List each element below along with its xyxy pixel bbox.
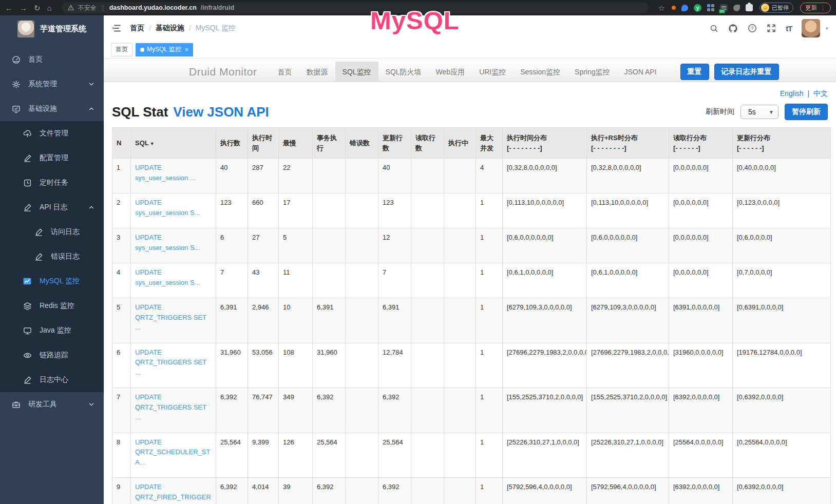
breadcrumb-item[interactable]: 首页 <box>130 24 144 33</box>
value-cell: 5 <box>279 228 313 263</box>
column-header[interactable]: 错误数 <box>346 128 378 159</box>
reload-icon[interactable]: ↻ <box>34 4 41 12</box>
sidebar-item-redis[interactable]: Redis 监控 <box>0 294 104 318</box>
sidebar-item-access-log[interactable]: 访问日志 <box>0 220 104 244</box>
sidebar-item-log-center[interactable]: 日志中心 <box>0 367 104 392</box>
value-cell <box>444 343 476 388</box>
log-and-reset-button[interactable]: 记录日志并重置 <box>714 64 779 80</box>
sql-link[interactable]: UPDATE sys_user_session S... <box>135 234 200 251</box>
breadcrumb-item[interactable]: 基础设施 <box>156 24 184 33</box>
fullscreen-icon[interactable] <box>767 24 776 33</box>
address-bar[interactable]: 不安全 dashboard.yudao.iocoder.cn/infra/dru… <box>62 2 649 13</box>
table-row: 7UPDATE QRTZ_TRIGGERS SET ...6,39276,747… <box>112 388 831 433</box>
column-header[interactable]: 执行时间分布[- - - - - - - -] <box>503 128 587 159</box>
value-cell: 22 <box>279 159 313 193</box>
sidebar-logo[interactable]: 芋道管理系统 <box>0 15 104 42</box>
forward-icon[interactable]: → <box>20 4 27 12</box>
column-header[interactable]: 读取行数 <box>411 128 444 159</box>
hamburger-icon[interactable] <box>111 23 122 33</box>
extension-donut-icon[interactable] <box>672 6 676 10</box>
extension-grid-icon[interactable] <box>707 4 714 11</box>
value-cell <box>346 193 378 228</box>
sidebar-item-infra[interactable]: 基础设施 <box>0 96 104 121</box>
column-header[interactable]: 执行中 <box>444 128 476 159</box>
sidebar-item-home[interactable]: 首页 <box>0 47 104 72</box>
sidebar-item-config[interactable]: 配置管理 <box>0 146 104 170</box>
column-header[interactable]: 读取行分布[- - - - - -] <box>669 128 733 159</box>
sql-link[interactable]: UPDATE QRTZ_TRIGGERS SET ... <box>135 303 206 331</box>
druid-nav-Spring监控[interactable]: Spring监控 <box>567 62 617 82</box>
close-icon[interactable]: × <box>185 46 188 53</box>
druid-nav-URI监控[interactable]: URI监控 <box>472 62 513 82</box>
browser-menu-icon[interactable]: ⋮ <box>820 5 826 11</box>
sql-link[interactable]: UPDATE QRTZ_FIRED_TRIGGER... <box>135 483 211 504</box>
druid-nav-Session监控[interactable]: Session监控 <box>513 62 567 82</box>
sql-link[interactable]: UPDATE QRTZ_SCHEDULER_STA... <box>135 438 210 466</box>
sql-link[interactable]: UPDATE QRTZ_TRIGGERS SET ... <box>135 393 206 421</box>
druid-nav-Web应用[interactable]: Web应用 <box>429 62 472 82</box>
column-header[interactable]: SQL▼ <box>131 128 216 159</box>
sql-link[interactable]: UPDATE QRTZ_TRIGGERS SET ... <box>135 348 206 376</box>
lang-english-link[interactable]: English <box>780 89 804 98</box>
sidebar-item-api-log[interactable]: API 日志 <box>0 195 104 220</box>
extension-green-icon[interactable]: y <box>694 4 701 12</box>
druid-nav-SQL监控[interactable]: SQL监控 <box>335 62 378 82</box>
browser-profile-chip[interactable]: ☺ 已暂停 <box>759 3 793 13</box>
pause-refresh-button[interactable]: 暂停刷新 <box>785 104 828 120</box>
sql-link[interactable]: UPDATE sys_user_session S... <box>135 199 200 217</box>
reset-button[interactable]: 重置 <box>680 64 709 80</box>
column-header[interactable]: 执行时间 <box>248 128 279 159</box>
value-cell: [0,0,0,0,0,0] <box>669 228 733 263</box>
extension-leaf-icon[interactable] <box>733 5 740 11</box>
tag-首页[interactable]: 首页 <box>111 43 132 56</box>
value-cell: [0,0,0,0,0,0] <box>669 193 733 228</box>
sidebar-item-label: 错误日志 <box>51 252 80 261</box>
column-header[interactable]: 执行数 <box>216 128 248 159</box>
bookmark-star-icon[interactable]: ☆ <box>658 4 665 12</box>
sidebar-item-file[interactable]: 文件管理 <box>0 121 104 146</box>
view-json-api-link[interactable]: View JSON API <box>173 104 269 120</box>
sql-link[interactable]: UPDATE sys_user_session ... <box>135 164 196 182</box>
druid-nav-数据源[interactable]: 数据源 <box>299 62 335 82</box>
druid-nav-SQL防火墙[interactable]: SQL防火墙 <box>378 62 429 82</box>
extension-drop-icon[interactable] <box>681 5 688 11</box>
value-cell: 3 <box>112 228 131 263</box>
sidebar-item-trace[interactable]: 链路追踪 <box>0 343 104 367</box>
druid-nav-JSON API[interactable]: JSON API <box>617 62 664 82</box>
value-cell: 1 <box>476 228 503 263</box>
sidebar-item-java[interactable]: Java 监控 <box>0 318 104 343</box>
sql-link[interactable]: UPDATE sys_user_session S... <box>135 268 200 286</box>
sidebar-item-system[interactable]: 系统管理 <box>0 72 104 96</box>
user-avatar[interactable] <box>802 19 820 37</box>
sql-cell: UPDATE QRTZ_FIRED_TRIGGER... <box>131 478 216 504</box>
search-icon[interactable] <box>710 24 718 33</box>
druid-nav-首页[interactable]: 首页 <box>271 62 299 82</box>
refresh-interval-select[interactable]: 5s ▼ <box>740 105 778 119</box>
font-size-icon[interactable]: tT <box>786 24 792 33</box>
extensions-puzzle-icon[interactable] <box>746 4 753 11</box>
tag-MySQL 监控[interactable]: MySQL 监控 × <box>136 43 193 56</box>
top-navbar: 首页/基础设施/MySQL 监控 ? tT ▾ <box>104 15 836 41</box>
column-header[interactable]: 更新行数 <box>378 128 411 159</box>
browser-update-button[interactable]: 更新 ⋮ <box>800 3 831 13</box>
github-icon[interactable] <box>728 24 738 33</box>
sidebar-item-dev-tools[interactable]: 研发工具 <box>0 392 104 417</box>
column-header[interactable]: 事务执行 <box>313 128 346 159</box>
column-header[interactable]: 最慢 <box>279 128 313 159</box>
mysql-monitor-icon <box>23 277 32 286</box>
value-cell <box>346 478 378 504</box>
back-icon[interactable]: ← <box>5 4 13 12</box>
sidebar-item-mysql[interactable]: MySQL 监控 <box>0 269 104 294</box>
sidebar-item-error-log[interactable]: 错误日志 <box>0 244 104 269</box>
dashboard-icon <box>11 55 21 64</box>
lang-chinese-link[interactable]: 中文 <box>813 89 828 98</box>
avatar-caret-icon[interactable]: ▾ <box>825 25 828 32</box>
help-icon[interactable]: ? <box>748 24 757 33</box>
column-header[interactable]: N <box>112 128 131 159</box>
column-header[interactable]: 更新行分布[- - - - - -] <box>733 128 831 159</box>
extension-list-icon[interactable]: on <box>720 4 728 12</box>
column-header[interactable]: 执行+RS时分布[- - - - - - - -] <box>587 128 669 159</box>
home-icon[interactable]: ⌂ <box>47 4 52 12</box>
sidebar-item-job[interactable]: 定时任务 <box>0 170 104 195</box>
column-header[interactable]: 最大并发 <box>476 128 503 159</box>
